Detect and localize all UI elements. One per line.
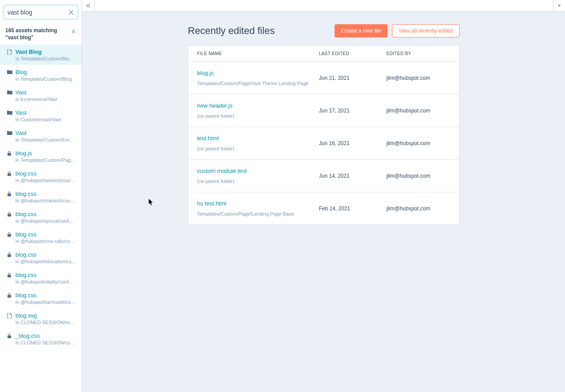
- topbar-dropdown[interactable]: [553, 0, 565, 11]
- file-path: Templates/Custom/Page/Landing Page Basic: [197, 211, 319, 217]
- sidebar: 165 assets matching "vast blog" Vast Blo…: [0, 0, 82, 392]
- file-name-link[interactable]: hs test.html: [197, 200, 319, 207]
- search-result-item[interactable]: Vast Blogin Templates/Custom/Blog/V...: [0, 45, 82, 65]
- table-row: new header.js(no parent folder)Jun 17, 2…: [188, 94, 459, 127]
- search-result-item[interactable]: blog.cssin @hubspot/barricade/css/t...: [0, 288, 82, 308]
- file-icon: [7, 313, 12, 318]
- search-results-header: 165 assets matching "vast blog": [0, 24, 82, 45]
- file-path: (no parent folder): [197, 113, 319, 119]
- folder-icon: [7, 90, 12, 95]
- search-result-item[interactable]: Vastin Ecommerce/Vast: [0, 85, 82, 105]
- col-file-name: FILE NAME: [197, 51, 319, 56]
- file-date: Jun 21, 2021: [319, 75, 387, 81]
- folder-icon: [7, 110, 12, 116]
- result-name: blog.css: [15, 292, 37, 299]
- close-results-icon[interactable]: [70, 28, 76, 34]
- file-user: jlim@hubspot.com: [387, 173, 450, 179]
- file-name-link[interactable]: custom module test: [197, 168, 319, 174]
- file-user: jlim@hubspot.com: [387, 205, 450, 212]
- result-path: in @hubspot/education/css/t...: [15, 259, 76, 264]
- search-result-item[interactable]: blog.cssin @hubspot/session/css/te...: [0, 166, 82, 187]
- table-row: blog.jsTemplates/Custom/Page/Vast Theme …: [188, 62, 459, 94]
- clear-search-icon[interactable]: [67, 8, 75, 16]
- file-path: (no parent folder): [197, 146, 319, 151]
- result-name: Vast Blog: [15, 49, 41, 55]
- search-result-item[interactable]: blog.jsin Templates/Custom/Page/V...: [0, 146, 82, 166]
- file-user: jlim@hubspot.com: [387, 75, 450, 81]
- lock-icon: [7, 232, 12, 237]
- search-result-item[interactable]: Vastin Templates/Custom/Email/...: [0, 126, 82, 146]
- result-name: blog.css: [15, 231, 37, 238]
- file-icon: [7, 49, 12, 55]
- lock-icon: [7, 151, 12, 156]
- files-table: FILE NAME LAST EDITED EDITED BY blog.jsT…: [188, 45, 460, 225]
- result-path: in CLONED SESSION/image...: [15, 320, 76, 325]
- folder-icon: [7, 131, 12, 136]
- svg-rect-8: [8, 336, 11, 338]
- file-name-link[interactable]: new header.js: [197, 102, 319, 109]
- svg-rect-1: [8, 173, 11, 176]
- result-path: in Templates/Custom/Blog/V...: [15, 56, 76, 61]
- page-title: Recently edited files: [188, 25, 275, 37]
- chevron-double-left-icon: [86, 3, 91, 8]
- search-results-list: Vast Blogin Templates/Custom/Blog/V...Bl…: [0, 45, 82, 392]
- file-date: Feb 24, 2021: [319, 205, 387, 212]
- result-path: in CLONED SESSION/css/te...: [15, 340, 76, 345]
- result-name: _blog.css: [15, 332, 40, 339]
- search-result-item[interactable]: _blog.cssin CLONED SESSION/css/te...: [0, 329, 82, 349]
- svg-rect-2: [8, 194, 11, 196]
- search-result-item[interactable]: blog.cssin @hubspot/sprout/css/tem...: [0, 207, 82, 227]
- result-name: blog.js: [15, 150, 32, 157]
- result-name: blog.svg: [15, 312, 37, 319]
- search-result-item[interactable]: blog.cssin @hubspot/education/css/t...: [0, 247, 82, 268]
- search-result-item[interactable]: blog.svgin CLONED SESSION/image...: [0, 308, 82, 329]
- lock-icon: [7, 252, 12, 258]
- result-path: in @hubspot/barricade/css/t...: [15, 299, 76, 305]
- caret-down-icon: [557, 5, 561, 7]
- search-result-item[interactable]: blog.cssin @hubspot/vitality/css/tem...: [0, 268, 82, 288]
- lock-icon: [7, 333, 12, 339]
- table-row: hs test.htmlTemplates/Custom/Page/Landin…: [188, 192, 459, 224]
- svg-rect-7: [8, 295, 11, 298]
- result-name: Vast: [15, 130, 26, 136]
- result-path: in Templates/Custom/Email/...: [15, 137, 76, 142]
- svg-rect-3: [8, 214, 11, 217]
- lock-icon: [7, 171, 12, 176]
- result-path: in @hubspot/cms-rally/css/te...: [15, 239, 76, 244]
- file-user: jlim@hubspot.com: [387, 140, 450, 146]
- search-result-item[interactable]: Blogin Templates/Custom/Blog: [0, 65, 82, 85]
- svg-rect-4: [8, 234, 11, 237]
- view-all-button[interactable]: View all recently edited: [392, 24, 460, 37]
- result-name: Vast: [15, 89, 26, 96]
- lock-icon: [7, 191, 12, 197]
- search-result-item[interactable]: blog.cssin @hubspot/martech/css/te...: [0, 187, 82, 207]
- search-result-item[interactable]: blog.cssin @hubspot/cms-rally/css/te...: [0, 227, 82, 247]
- lock-icon: [7, 273, 12, 278]
- search-input[interactable]: [4, 6, 78, 19]
- search-box: [4, 5, 78, 19]
- file-name-link[interactable]: test.html: [197, 135, 319, 142]
- file-date: Jun 14, 2021: [319, 173, 387, 179]
- svg-rect-5: [8, 254, 11, 257]
- table-row: test.html(no parent folder)Jun 16, 2021j…: [188, 127, 459, 160]
- file-path: Templates/Custom/Page/Vast Theme Landing…: [197, 81, 319, 86]
- file-name-link[interactable]: blog.js: [197, 70, 319, 76]
- result-path: in @hubspot/session/css/te...: [15, 178, 76, 183]
- col-last-edited: LAST EDITED: [319, 51, 387, 56]
- table-row: custom module test(no parent folder)Jun …: [188, 160, 459, 192]
- search-result-item[interactable]: Vastin Custom/email/Vast: [0, 105, 82, 126]
- result-path: in @hubspot/vitality/css/tem...: [15, 279, 76, 284]
- lock-icon: [7, 293, 12, 298]
- file-date: Jun 16, 2021: [319, 140, 387, 146]
- result-name: blog.css: [15, 211, 37, 217]
- create-file-button[interactable]: Create a new file: [335, 24, 388, 37]
- result-name: Vast: [15, 109, 26, 116]
- result-path: in Templates/Custom/Page/V...: [15, 157, 76, 163]
- collapse-sidebar-button[interactable]: [82, 0, 94, 11]
- result-name: blog.css: [15, 251, 37, 258]
- result-name: blog.css: [15, 272, 37, 278]
- result-name: blog.css: [15, 170, 37, 177]
- result-path: in Custom/email/Vast: [15, 117, 76, 122]
- col-edited-by: EDITED BY: [387, 51, 450, 56]
- folder-icon: [7, 70, 12, 75]
